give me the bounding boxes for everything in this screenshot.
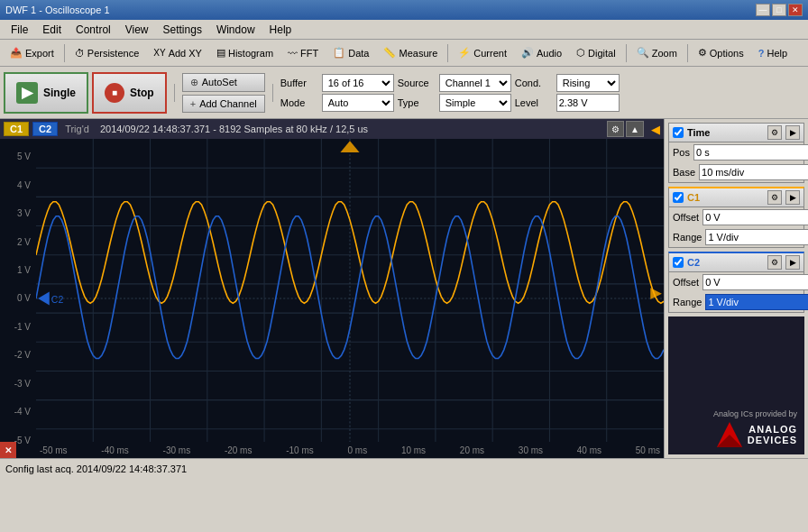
fft-button[interactable]: 〰 FFT [281,42,325,64]
c2-section-header: C2 ⚙ ▶ [669,253,803,272]
menu-window[interactable]: Window [209,22,262,38]
digital-button[interactable]: ⬡ Digital [570,42,622,64]
c1-offset-label: Offset [673,212,699,223]
scope-svg: C2 [36,139,664,458]
c1-settings-button[interactable]: ⚙ [767,190,782,205]
histogram-button[interactable]: ▤ Histogram [210,42,280,64]
add-channel-button[interactable]: + Add Channel [182,95,265,113]
c1-tag[interactable]: C1 [4,122,29,136]
y-label-m3v: -3 V [2,379,34,389]
addxy-button[interactable]: XY Add XY [147,42,208,64]
histogram-icon: ▤ [216,47,225,59]
scope-canvas[interactable]: 5 V 4 V 3 V 2 V 1 V 0 V -1 V -2 V -3 V -… [0,139,664,458]
c1-title: C1 [687,192,764,203]
c1-offset-input[interactable] [702,209,808,225]
c2-range-label: Range [673,297,702,307]
c1-expand-button[interactable]: ▶ [785,190,800,205]
zoom-icon: 🔍 [637,47,649,59]
source-type-params: Source Channel 1 Type Simple [398,74,511,112]
time-section: Time ⚙ ▶ Pos Base [668,123,804,183]
menu-file[interactable]: File [4,22,35,38]
controls-separator-2 [272,84,273,102]
c2-offset-input[interactable] [702,274,808,290]
controls-row: ▶ Single ■ Stop ⊕ AutoSet + Add Channel … [0,67,808,119]
c1-range-input[interactable] [705,229,808,245]
x-label-30: 30 ms [519,445,543,455]
time-pos-input[interactable] [693,144,808,161]
toolbar-separator [64,44,65,62]
menu-control[interactable]: Control [69,22,118,38]
current-button[interactable]: ⚡ Current [452,42,513,64]
x-label-50: 50 ms [636,445,660,455]
scope-close-button[interactable]: ✕ [0,442,16,458]
menu-edit[interactable]: Edit [35,22,69,38]
scope-area: C1 C2 Trig'd 2014/09/22 14:48:37.371 - 8… [0,119,664,458]
c2-checkbox[interactable] [673,257,684,268]
stop-button[interactable]: ■ Stop [92,72,167,114]
c2-range-row: Range [669,292,803,312]
c1-section: C1 ⚙ ▶ Offset Range [668,187,804,248]
c1-range-row: Range [669,227,803,247]
menu-help[interactable]: Help [262,22,299,38]
c2-offset-label: Offset [673,277,699,288]
trig-indicator: Trig'd [65,124,89,134]
c2-tag[interactable]: C2 [32,122,58,136]
scope-settings-button[interactable]: ⚙ [607,121,624,137]
level-input[interactable] [556,94,620,112]
svg-text:C2: C2 [51,294,64,305]
cond-select[interactable]: Rising [556,74,620,92]
c2-expand-button[interactable]: ▶ [785,255,800,270]
persistence-button[interactable]: ⏱ Persistence [69,42,145,64]
persistence-icon: ⏱ [75,48,85,59]
menu-settings[interactable]: Settings [156,22,209,38]
scope-close-icon: ✕ [5,445,12,455]
help-toolbar-button[interactable]: ? Help [752,42,794,64]
single-button[interactable]: ▶ Single [4,72,88,114]
time-checkbox[interactable] [673,127,684,138]
y-label-0v: 0 V [2,293,34,303]
analog-devices-tagline: Analog ICs provided by [713,409,797,418]
export-icon: 📤 [10,47,23,59]
audio-button[interactable]: 🔊 Audio [515,42,568,64]
y-axis: 5 V 4 V 3 V 2 V 1 V 0 V -1 V -2 V -3 V -… [0,139,36,458]
x-label-m50: -50 ms [40,445,68,455]
titlebar-controls: — □ ✕ [756,4,803,16]
statusbar: Config last acq. 2014/09/22 14:48:37.371 [0,458,808,478]
c2-title: C2 [687,257,764,268]
audio-icon: 🔊 [521,47,534,59]
scope-expand-button[interactable]: ▲ [626,121,644,137]
c2-settings-button[interactable]: ⚙ [767,255,782,270]
options-button[interactable]: ⚙ Options [692,42,750,64]
x-label-40: 40 ms [577,445,601,455]
controls-separator [174,84,175,102]
y-label-5v: 5 V [2,151,34,161]
buffer-mode-params: Buffer 16 of 16 Mode Auto [280,74,394,112]
main-area: C1 C2 Trig'd 2014/09/22 14:48:37.371 - 8… [0,119,808,458]
time-settings-button[interactable]: ⚙ [767,125,782,140]
menu-view[interactable]: View [118,22,156,38]
buffer-select[interactable]: 16 of 16 [322,74,394,92]
time-pos-row: Pos [669,142,803,162]
measure-button[interactable]: 📏 Measure [377,42,444,64]
menubar: File Edit Control View Settings Window H… [0,20,808,40]
x-label-10: 10 ms [401,445,426,455]
mode-select[interactable]: Auto [322,94,394,112]
zoom-button[interactable]: 🔍 Zoom [630,42,684,64]
time-base-label: Base [673,167,695,178]
c1-checkbox[interactable] [673,192,684,203]
c2-range-input[interactable] [705,294,808,310]
minimize-button[interactable]: — [756,4,770,16]
export-button[interactable]: 📤 Export [4,42,60,64]
autoset-button[interactable]: ⊕ AutoSet [182,73,265,92]
type-select[interactable]: Simple [439,94,511,112]
maximize-button[interactable]: □ [772,4,786,16]
source-select[interactable]: Channel 1 [439,74,511,92]
source-label: Source [398,78,436,88]
measure-icon: 📏 [383,47,396,59]
options-icon: ⚙ [698,47,707,59]
titlebar-title: DWF 1 - Oscilloscope 1 [5,5,110,15]
time-base-input[interactable] [699,164,808,180]
close-button[interactable]: ✕ [788,4,803,16]
time-expand-button[interactable]: ▶ [785,125,800,140]
data-button[interactable]: 📋 Data [326,42,375,64]
